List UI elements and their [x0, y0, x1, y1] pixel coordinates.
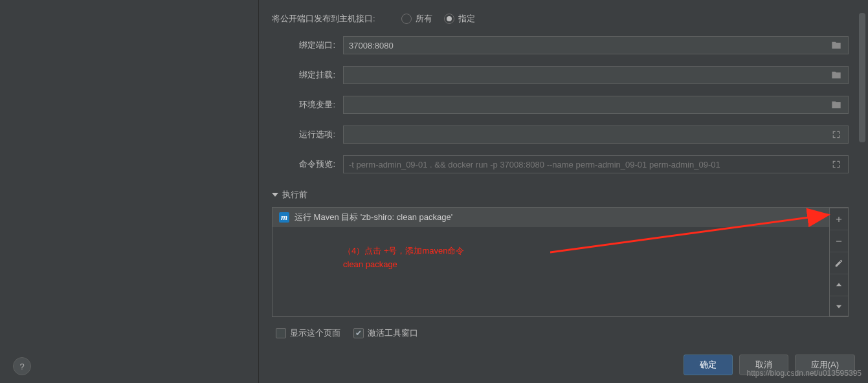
config-panel: 将公开端口发布到主机接口: 所有 指定 绑定端口: 37008:8080 绑定挂…	[259, 0, 855, 383]
sidebar-panel	[0, 0, 259, 383]
browse-icon[interactable]	[830, 100, 843, 110]
radio-circle-icon	[401, 14, 412, 24]
run-opts-input[interactable]	[343, 126, 849, 144]
publish-ports-row: 将公开端口发布到主机接口: 所有 指定	[272, 13, 849, 25]
before-launch-header[interactable]: 执行前	[272, 189, 849, 201]
browse-icon[interactable]	[830, 70, 843, 80]
before-launch-list: m 运行 Maven 目标 'zb-shiro: clean package'	[272, 207, 849, 317]
radio-circle-icon	[444, 14, 454, 24]
expand-icon[interactable]	[830, 129, 843, 140]
collapse-icon	[272, 193, 278, 197]
bind-mount-row: 绑定挂载:	[272, 66, 849, 84]
watermark: https://blog.csdn.net/u013595395	[747, 369, 862, 378]
checkbox-icon	[276, 328, 286, 338]
cmd-preview-row: 命令预览: -t perm-admin_09-01 . && docker ru…	[272, 155, 849, 173]
radio-all-label: 所有	[416, 13, 432, 25]
env-vars-label: 环境变量:	[272, 99, 343, 111]
before-list-area[interactable]: m 运行 Maven 目标 'zb-shiro: clean package'	[273, 208, 829, 316]
scrollbar-thumb[interactable]	[859, 13, 865, 142]
ok-button[interactable]: 确定	[684, 355, 733, 375]
show-page-checkbox[interactable]: 显示这个页面	[276, 327, 340, 339]
bind-port-value: 37008:8080	[349, 41, 830, 50]
env-vars-row: 环境变量:	[272, 96, 849, 114]
checkbox-row: 显示这个页面 ✔ 激活工具窗口	[272, 327, 849, 339]
radio-all[interactable]: 所有	[401, 13, 432, 25]
activate-tool-label: 激活工具窗口	[368, 327, 418, 339]
show-page-label: 显示这个页面	[290, 327, 340, 339]
publish-radio-group: 所有 指定	[401, 13, 475, 25]
radio-dot-icon	[447, 16, 452, 21]
bind-mount-label: 绑定挂载:	[272, 69, 343, 81]
browse-icon[interactable]	[830, 40, 843, 50]
expand-icon[interactable]	[830, 159, 843, 170]
before-launch-title: 执行前	[282, 189, 307, 201]
list-item-label: 运行 Maven 目标 'zb-shiro: clean package'	[295, 212, 452, 223]
publish-label: 将公开端口发布到主机接口:	[272, 13, 401, 25]
radio-specified-label: 指定	[458, 13, 475, 25]
remove-button[interactable]	[830, 230, 848, 252]
bind-port-input[interactable]: 37008:8080	[343, 36, 849, 54]
radio-specified[interactable]: 指定	[444, 13, 475, 25]
activate-tool-checkbox[interactable]: ✔ 激活工具窗口	[353, 327, 418, 339]
bind-mount-input[interactable]	[343, 66, 849, 84]
run-opts-row: 运行选项:	[272, 126, 849, 144]
maven-icon: m	[279, 212, 289, 223]
checkbox-icon: ✔	[353, 328, 364, 338]
run-opts-label: 运行选项:	[272, 129, 343, 140]
edit-button[interactable]	[830, 252, 848, 274]
env-vars-input[interactable]	[343, 96, 849, 114]
cmd-preview-value: -t perm-admin_09-01 . && docker run -p 3…	[349, 160, 830, 170]
move-up-button[interactable]	[830, 274, 848, 296]
list-toolbar	[829, 208, 849, 316]
cmd-preview-field: -t perm-admin_09-01 . && docker run -p 3…	[343, 155, 849, 173]
list-item[interactable]: m 运行 Maven 目标 'zb-shiro: clean package'	[273, 208, 829, 227]
checkmark-icon: ✔	[355, 329, 362, 337]
add-button[interactable]	[830, 208, 848, 230]
bind-port-row: 绑定端口: 37008:8080	[272, 36, 849, 54]
cmd-preview-label: 命令预览:	[272, 159, 343, 170]
help-button[interactable]: ?	[13, 357, 31, 375]
move-down-button[interactable]	[830, 296, 848, 316]
bind-port-label: 绑定端口:	[272, 39, 343, 51]
